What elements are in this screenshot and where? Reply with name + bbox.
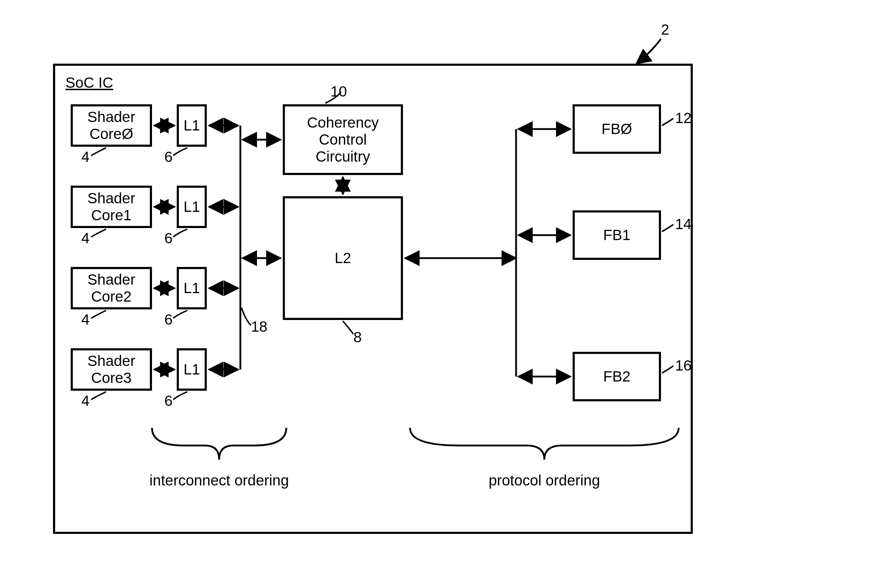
ref-6-3: 6 bbox=[164, 393, 172, 410]
coherency-control-circuitry: Coherency Control Circuitry bbox=[283, 104, 403, 175]
ref-10: 10 bbox=[331, 83, 347, 100]
protocol-ordering-label: protocol ordering bbox=[460, 472, 629, 489]
fb-1: FB1 bbox=[572, 210, 661, 260]
diagram-stage: SoC IC 2 Shader CoreØ 4 L1 6 Shader Core… bbox=[0, 0, 872, 588]
ref-18: 18 bbox=[251, 318, 268, 335]
shader-core-3: Shader Core3 bbox=[71, 348, 152, 391]
ref-14: 14 bbox=[675, 216, 692, 232]
ref-4-1: 4 bbox=[81, 230, 90, 247]
ref-12: 12 bbox=[675, 110, 692, 127]
ref-4-3: 4 bbox=[81, 393, 90, 410]
l1-cache-1: L1 bbox=[177, 186, 207, 228]
ref-8: 8 bbox=[354, 329, 362, 346]
ref-6-0: 6 bbox=[164, 148, 172, 165]
l2-cache: L2 bbox=[283, 196, 403, 320]
fb-2: FB2 bbox=[572, 352, 661, 401]
shader-core-0: Shader CoreØ bbox=[71, 104, 152, 147]
shader-core-2: Shader Core2 bbox=[71, 267, 152, 309]
l1-cache-0: L1 bbox=[177, 104, 207, 147]
soc-ic-title: SoC IC bbox=[65, 74, 113, 91]
l1-cache-2: L1 bbox=[177, 267, 207, 309]
ref-4-2: 4 bbox=[81, 311, 90, 328]
ref-6-2: 6 bbox=[164, 311, 172, 328]
l1-cache-3: L1 bbox=[177, 348, 207, 391]
ref-4-0: 4 bbox=[81, 148, 90, 165]
shader-core-1: Shader Core1 bbox=[71, 186, 152, 228]
ref-2: 2 bbox=[661, 21, 669, 38]
ref-6-1: 6 bbox=[164, 230, 172, 247]
fb-0: FBØ bbox=[572, 104, 661, 154]
interconnect-ordering-label: interconnect ordering bbox=[134, 472, 304, 489]
ref-16: 16 bbox=[675, 357, 692, 374]
